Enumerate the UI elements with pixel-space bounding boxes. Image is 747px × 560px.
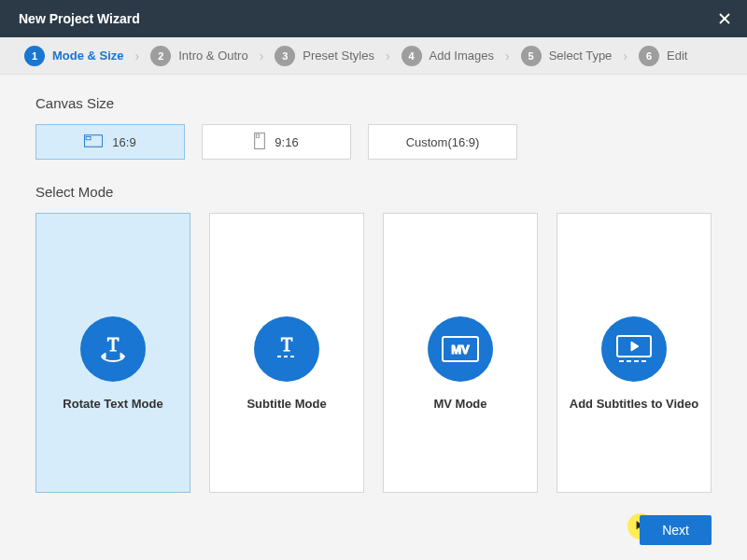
canvas-option-9-16[interactable]: 9:16 [202,124,351,160]
select-mode-heading: Select Mode [35,184,712,200]
svg-text:T: T [107,334,119,355]
step-label: Edit [667,49,687,63]
step-label: Select Type [549,49,613,63]
step-intro-outro[interactable]: 2 Intro & Outro [145,46,253,66]
step-edit[interactable]: 6 Edit [633,46,693,66]
mode-card-label: Subtitle Mode [247,397,326,411]
canvas-size-heading: Canvas Size [35,95,712,111]
landscape-icon [84,134,103,150]
wizard-footer: Next [640,515,712,545]
step-number: 1 [24,46,45,66]
step-label: Preset Styles [303,49,374,63]
close-icon[interactable] [713,7,736,30]
subtitle-icon: T [254,316,319,382]
canvas-option-custom[interactable]: Custom(16:9) [368,124,517,160]
chevron-right-icon: › [384,49,392,63]
step-label: Mode & Size [52,49,124,63]
step-number: 3 [275,46,295,66]
step-number: 5 [521,46,542,66]
step-label: Add Images [430,49,494,63]
mode-card-label: Add Subtitles to Video [570,397,698,411]
chevron-right-icon: › [134,49,142,63]
step-preset-styles[interactable]: 3 Preset Styles [269,46,380,66]
canvas-size-options: 16:9 9:16 Custom(16:9) [35,124,712,160]
mv-icon: MV [428,316,493,382]
mode-cards: T Rotate Text Mode T Subtitle Mode [35,213,712,493]
window-title: New Project Wizard [19,11,713,26]
video-subtitle-icon [601,316,667,382]
svg-rect-3 [86,136,91,139]
mode-card-rotate-text[interactable]: T Rotate Text Mode [35,213,190,493]
step-number: 2 [150,46,171,66]
mode-card-label: Rotate Text Mode [63,397,162,411]
wizard-stepper: 1 Mode & Size › 2 Intro & Outro › 3 Pres… [0,37,747,75]
canvas-option-label: 9:16 [275,135,298,149]
portrait-icon [254,133,265,152]
chevron-right-icon: › [503,49,512,63]
rotate-text-icon: T [80,316,146,382]
step-mode-size[interactable]: 1 Mode & Size [19,46,130,66]
wizard-window: New Project Wizard 1 Mode & Size › 2 Int… [0,0,747,560]
mode-card-subtitle[interactable]: T Subtitle Mode [209,213,364,493]
svg-text:MV: MV [451,343,470,357]
canvas-option-label: 16:9 [112,135,135,149]
next-button[interactable]: Next [640,515,712,545]
mode-card-label: MV Mode [433,397,486,411]
titlebar: New Project Wizard [0,0,747,37]
step-label: Intro & Outro [178,49,247,63]
svg-rect-5 [257,134,260,137]
svg-marker-14 [631,342,639,351]
wizard-content: Canvas Size 16:9 9:16 Custom(16:9) Selec… [0,75,747,560]
svg-text:T: T [281,334,292,355]
canvas-option-label: Custom(16:9) [406,135,480,149]
step-number: 4 [402,46,422,66]
chevron-right-icon: › [621,49,629,63]
step-number: 6 [639,46,659,66]
chevron-right-icon: › [258,49,266,63]
canvas-option-16-9[interactable]: 16:9 [35,124,185,160]
mode-card-mv[interactable]: MV MV Mode [383,213,538,493]
step-select-type[interactable]: 5 Select Type [515,46,618,66]
step-add-images[interactable]: 4 Add Images [396,46,500,66]
mode-card-add-subtitles-video[interactable]: Add Subtitles to Video [557,213,712,493]
